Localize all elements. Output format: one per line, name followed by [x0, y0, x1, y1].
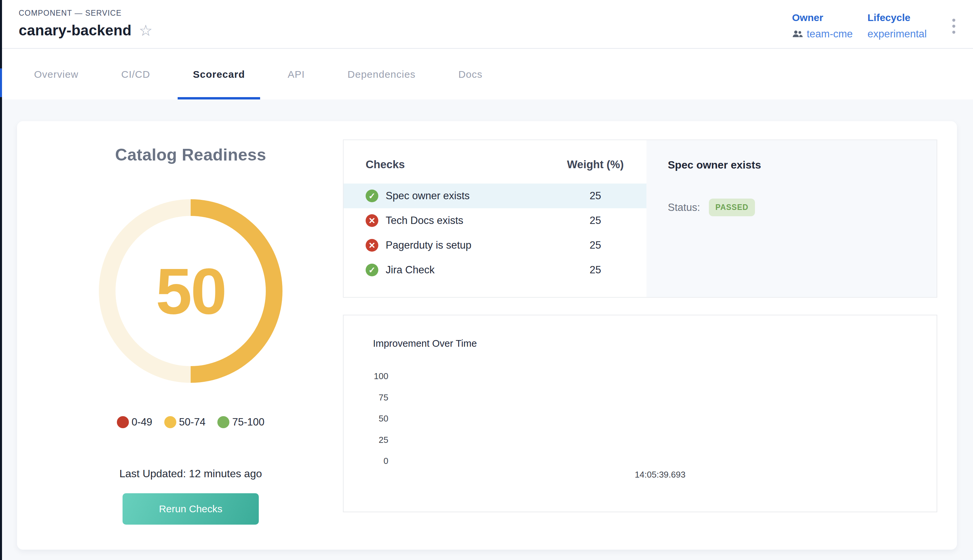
- checks-and-detail: Checks Weight (%) ✓Spec owner exists25✕T…: [343, 140, 937, 298]
- legend-label: 75-100: [232, 416, 264, 428]
- scorecard-card: Catalog Readiness 50 0-4950-7475-100 Las…: [17, 121, 957, 550]
- tab-scorecard[interactable]: Scorecard: [178, 49, 260, 100]
- score-legend: 0-4950-7475-100: [117, 416, 264, 428]
- score-donut-gauge: 50: [99, 199, 282, 383]
- pass-check-icon: ✓: [366, 190, 378, 202]
- tabs: OverviewCI/CDScorecardAPIDependenciesDoc…: [2, 49, 973, 100]
- check-weight: 25: [567, 190, 624, 202]
- app-window: COMPONENT — SERVICE canary-backend ☆ Own…: [0, 0, 973, 560]
- lifecycle-value: experimental: [868, 28, 926, 40]
- owner-link[interactable]: team-cme: [807, 28, 853, 40]
- fail-cross-icon: ✕: [366, 239, 378, 252]
- favorite-star-icon[interactable]: ☆: [139, 23, 153, 38]
- legend-label: 0-49: [132, 416, 152, 428]
- legend-item: 75-100: [217, 416, 264, 428]
- last-updated-text: Last Updated: 12 minutes ago: [120, 468, 262, 480]
- check-row[interactable]: ✕Pagerduty is setup25: [344, 233, 646, 258]
- more-options-icon[interactable]: [951, 17, 956, 35]
- y-tick-label: 25: [354, 435, 388, 445]
- owner-label: Owner: [792, 12, 853, 23]
- gauge-section: Catalog Readiness 50 0-4950-7475-100 Las…: [28, 121, 354, 550]
- check-row[interactable]: ✓Jira Check25: [344, 258, 646, 282]
- legend-label: 50-74: [179, 416, 205, 428]
- sidebar-active-indicator: [0, 68, 2, 97]
- title-row: canary-backend ☆: [19, 22, 153, 39]
- fail-cross-icon: ✕: [366, 214, 378, 227]
- lifecycle-block: Lifecycle experimental: [868, 12, 926, 40]
- status-label: Status:: [668, 202, 700, 213]
- y-tick-label: 75: [354, 392, 388, 402]
- score-value: 50: [99, 199, 282, 383]
- x-tick-label: 14:05:39.693: [610, 470, 710, 480]
- check-detail-title: Spec owner exists: [668, 159, 936, 171]
- legend-item: 0-49: [117, 416, 152, 428]
- check-weight: 25: [567, 264, 624, 276]
- legend-item: 50-74: [164, 416, 205, 428]
- check-name: Tech Docs exists: [386, 215, 567, 227]
- legend-dot-icon: [164, 416, 176, 428]
- y-tick-label: 50: [354, 413, 388, 423]
- checks-table: Checks Weight (%) ✓Spec owner exists25✕T…: [344, 140, 646, 297]
- status-badge: PASSED: [709, 198, 755, 216]
- tab-docs[interactable]: Docs: [443, 49, 498, 100]
- owner-block: Owner team-cme: [792, 12, 853, 40]
- y-tick-label: 100: [354, 371, 388, 381]
- checks-rows: ✓Spec owner exists25✕Tech Docs exists25✕…: [344, 183, 646, 282]
- checks-table-header: Checks Weight (%): [344, 140, 646, 171]
- tab-ci-cd[interactable]: CI/CD: [106, 49, 165, 100]
- checks-column-header: Checks: [366, 158, 567, 171]
- check-weight: 25: [567, 239, 624, 251]
- check-row[interactable]: ✓Spec owner exists25: [344, 183, 646, 208]
- check-row[interactable]: ✕Tech Docs exists25: [344, 208, 646, 233]
- gauge-title: Catalog Readiness: [115, 145, 266, 165]
- entity-header: COMPONENT — SERVICE canary-backend ☆ Own…: [2, 0, 973, 49]
- tab-dependencies[interactable]: Dependencies: [332, 49, 431, 100]
- check-weight: 25: [567, 215, 624, 227]
- content-area: Catalog Readiness 50 0-4950-7475-100 Las…: [2, 100, 973, 560]
- check-name: Jira Check: [386, 264, 567, 276]
- legend-dot-icon: [217, 416, 229, 428]
- page-title: canary-backend: [19, 22, 132, 39]
- check-name: Spec owner exists: [386, 190, 567, 202]
- chart-title: Improvement Over Time: [373, 338, 477, 349]
- status-row: Status: PASSED: [668, 198, 936, 216]
- pass-check-icon: ✓: [366, 263, 378, 276]
- weight-column-header: Weight (%): [567, 158, 624, 171]
- breadcrumb: COMPONENT — SERVICE: [19, 9, 122, 18]
- check-detail-panel: Spec owner exists Status: PASSED: [646, 140, 936, 297]
- y-tick-label: 0: [354, 456, 388, 466]
- tab-api[interactable]: API: [272, 49, 320, 100]
- people-icon: [792, 30, 803, 38]
- tab-overview[interactable]: Overview: [19, 49, 94, 100]
- lifecycle-label: Lifecycle: [868, 12, 926, 23]
- collapsed-sidebar-edge: [0, 0, 2, 560]
- rerun-checks-button[interactable]: Rerun Checks: [123, 493, 259, 525]
- check-name: Pagerduty is setup: [386, 239, 567, 251]
- legend-dot-icon: [117, 416, 129, 428]
- improvement-chart: Improvement Over Time 1007550250 14:05:3…: [343, 315, 937, 512]
